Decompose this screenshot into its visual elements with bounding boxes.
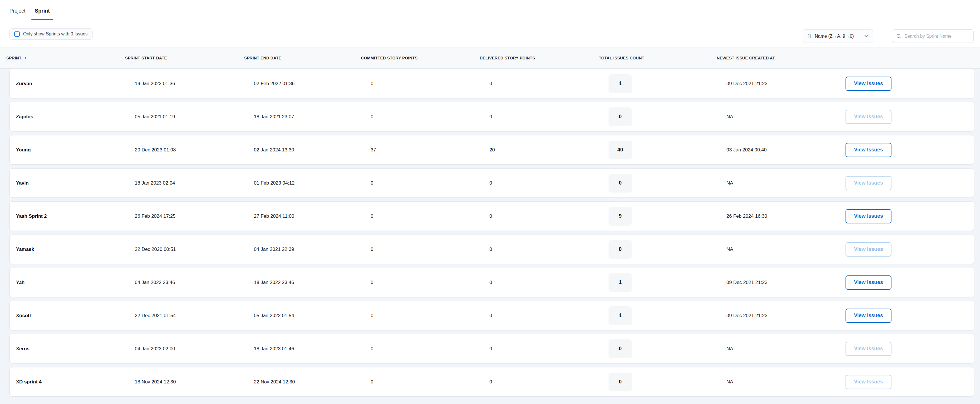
view-issues-button: View Issues (845, 342, 891, 356)
delivered-points-cell: 0 (489, 379, 608, 385)
table-row: Zapdos 05 Jan 2021 01:19 18 Jan 2021 23:… (10, 102, 974, 131)
search-box (892, 29, 974, 43)
view-issues-button[interactable]: View Issues (845, 209, 891, 224)
issue-count-badge: 40 (608, 141, 632, 160)
issue-count-badge: 0 (608, 174, 632, 193)
table-row: Yah 04 Jan 2022 23:46 18 Jan 2022 23:46 … (10, 268, 974, 297)
tab-sprint[interactable]: Sprint (32, 2, 53, 20)
end-date-cell: 04 Jan 2021 22:39 (254, 247, 371, 252)
total-issues-cell: 0 (608, 174, 726, 193)
delivered-points-cell: 0 (489, 247, 608, 252)
sprint-name-cell: Zapdos (10, 114, 135, 120)
delivered-points-cell: 0 (489, 280, 608, 286)
committed-points-cell: 0 (371, 280, 489, 286)
sort-label: Name (Z→A, 9→0) (815, 34, 861, 39)
actions-cell: View Issues (845, 176, 974, 190)
committed-points-cell: 0 (371, 114, 489, 120)
sprint-name-cell: Yamask (10, 247, 135, 252)
table-header: SPRINT ▼ SPRINT START DATE SPRINT END DA… (0, 47, 980, 69)
view-issues-button: View Issues (845, 375, 891, 389)
sprint-name-cell: Yah (10, 280, 135, 286)
newest-issue-cell: NA (726, 114, 845, 120)
newest-issue-cell: 09 Dec 2021 21:23 (726, 81, 845, 86)
zero-issues-filter[interactable]: Only show Sprints with 0 Issues (10, 28, 92, 40)
issue-count-badge: 9 (608, 207, 632, 226)
delivered-points-cell: 0 (489, 180, 608, 186)
start-date-cell: 04 Jan 2022 23:46 (135, 280, 254, 286)
search-input[interactable] (904, 34, 970, 39)
sprint-name-cell: Young (10, 147, 135, 153)
column-header-sprint[interactable]: SPRINT ▼ (0, 56, 125, 60)
end-date-cell: 02 Feb 2022 01:36 (254, 81, 371, 86)
newest-issue-cell: 26 Feb 2024 16:30 (726, 214, 845, 219)
sprint-name-cell: Zurvan (10, 81, 135, 86)
chevron-down-icon (864, 35, 869, 37)
actions-cell: View Issues (845, 77, 974, 91)
tab-project[interactable]: Project (6, 2, 29, 20)
end-date-cell: 18 Jan 2022 23:46 (254, 280, 371, 286)
committed-points-cell: 0 (371, 313, 489, 319)
start-date-cell: 19 Jan 2022 01:36 (135, 81, 254, 86)
total-issues-cell: 9 (608, 207, 726, 226)
actions-cell: View Issues (845, 143, 974, 157)
total-issues-cell: 0 (608, 372, 726, 391)
start-date-cell: 22 Dec 2020 00:51 (135, 247, 254, 252)
end-date-cell: 01 Feb 2023 04:12 (254, 180, 371, 186)
table-row: Yamask 22 Dec 2020 00:51 04 Jan 2021 22:… (10, 235, 974, 264)
actions-cell: View Issues (845, 209, 974, 224)
delivered-points-cell: 0 (489, 81, 608, 86)
start-date-cell: 04 Jan 2023 02:00 (135, 346, 254, 352)
issue-count-badge: 0 (608, 240, 632, 259)
table-row: XD sprint 4 18 Nov 2024 12:30 22 Nov 202… (10, 367, 974, 396)
start-date-cell: 05 Jan 2021 01:19 (135, 114, 254, 120)
newest-issue-cell: NA (726, 180, 845, 186)
end-date-cell: 27 Feb 2024 11:00 (254, 214, 371, 219)
end-date-cell: 18 Jan 2021 23:07 (254, 114, 371, 120)
start-date-cell: 20 Dec 2023 01:08 (135, 147, 254, 153)
column-header-start-date: SPRINT START DATE (125, 56, 244, 60)
start-date-cell: 18 Jan 2023 02:04 (135, 180, 254, 186)
total-issues-cell: 1 (608, 74, 726, 93)
view-issues-button[interactable]: View Issues (845, 308, 891, 323)
view-issues-button[interactable]: View Issues (845, 143, 891, 157)
zero-issues-checkbox[interactable] (14, 32, 20, 37)
total-issues-cell: 0 (608, 240, 726, 259)
table-row: Yavin 18 Jan 2023 02:04 01 Feb 2023 04:1… (10, 168, 974, 198)
issue-count-badge: 0 (608, 107, 632, 126)
newest-issue-cell: 09 Dec 2021 21:23 (726, 280, 845, 286)
actions-cell: View Issues (845, 110, 974, 124)
delivered-points-cell: 0 (489, 114, 608, 120)
view-issues-button[interactable]: View Issues (845, 275, 891, 290)
delivered-points-cell: 20 (489, 147, 608, 153)
committed-points-cell: 0 (371, 379, 489, 385)
table-row: Zurvan 19 Jan 2022 01:36 02 Feb 2022 01:… (10, 69, 974, 98)
end-date-cell: 02 Jan 2024 13:30 (254, 147, 371, 153)
view-issues-button[interactable]: View Issues (845, 77, 891, 91)
total-issues-cell: 1 (608, 306, 726, 325)
issue-count-badge: 1 (608, 273, 632, 292)
total-issues-cell: 0 (608, 339, 726, 358)
total-issues-cell: 40 (608, 141, 726, 160)
newest-issue-cell: NA (726, 379, 845, 385)
actions-cell: View Issues (845, 375, 974, 389)
total-issues-cell: 1 (608, 273, 726, 292)
filter-bar: Only show Sprints with 0 Issues ⇅ Name (… (0, 20, 980, 47)
committed-points-cell: 0 (371, 214, 489, 219)
view-issues-button: View Issues (845, 242, 891, 257)
column-header-newest-issue: NEWEST ISSUE CREATED AT (717, 56, 836, 60)
table-row: Yash Sprint 2 26 Feb 2024 17:25 27 Feb 2… (10, 201, 974, 231)
newest-issue-cell: NA (726, 346, 845, 352)
table-row: Xeros 04 Jan 2023 02:00 18 Jan 2023 01:4… (10, 334, 974, 363)
column-header-end-date: SPRINT END DATE (244, 56, 361, 60)
tab-bar: Project Sprint (0, 2, 980, 20)
committed-points-cell: 37 (371, 147, 489, 153)
sprint-name-cell: Yavin (10, 180, 135, 186)
issue-count-badge: 1 (608, 306, 632, 325)
table-row: Young 20 Dec 2023 01:08 02 Jan 2024 13:3… (10, 135, 974, 164)
sort-button[interactable]: ⇅ Name (Z→A, 9→0) (803, 29, 873, 43)
committed-points-cell: 0 (371, 180, 489, 186)
sprint-name-cell: XD sprint 4 (10, 379, 135, 385)
table-body: Zurvan 19 Jan 2022 01:36 02 Feb 2022 01:… (10, 69, 974, 396)
actions-cell: View Issues (845, 275, 974, 290)
zero-issues-label: Only show Sprints with 0 Issues (23, 32, 88, 37)
